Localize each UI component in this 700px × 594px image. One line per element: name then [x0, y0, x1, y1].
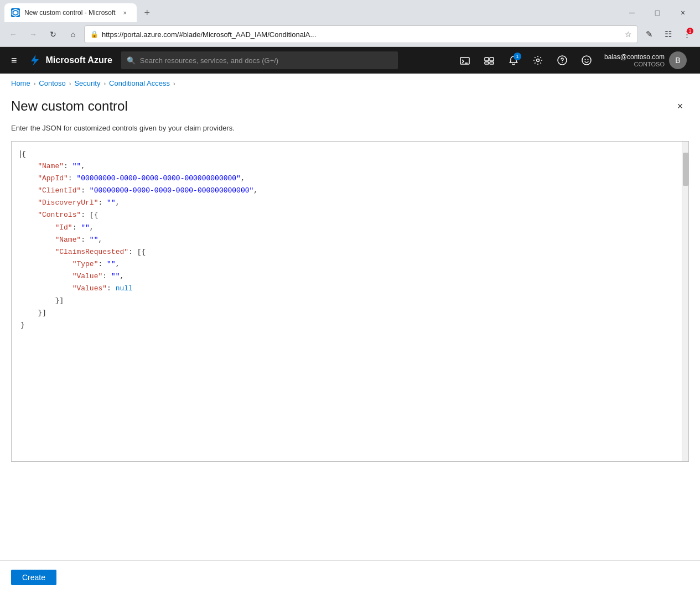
hamburger-menu-button[interactable]: ≡: [9, 53, 19, 69]
notifications-badge: 1: [514, 53, 521, 60]
svg-rect-5: [490, 58, 494, 61]
user-tenant: CONTOSO: [604, 61, 665, 67]
more-icon[interactable]: ⋮ 1: [678, 25, 696, 43]
svg-rect-7: [490, 62, 494, 64]
url-display: https://portal.azure.com/#blade/Microsof…: [102, 30, 621, 39]
json-line-6: "Controls": [{: [20, 209, 673, 221]
bookmark-icon[interactable]: ☆: [625, 30, 632, 39]
create-button[interactable]: Create: [11, 570, 56, 585]
breadcrumb-sep-2: ›: [69, 80, 71, 87]
breadcrumb-sep-3: ›: [103, 80, 106, 87]
vertical-scrollbar[interactable]: [682, 142, 688, 461]
user-avatar: B: [669, 51, 687, 69]
json-line-7: "Id": "",: [20, 222, 673, 234]
maximize-button[interactable]: □: [645, 3, 670, 22]
settings-button[interactable]: [527, 49, 549, 71]
search-input[interactable]: [140, 56, 392, 65]
notifications-button[interactable]: 1: [502, 49, 525, 71]
close-button[interactable]: ×: [671, 97, 689, 115]
search-icon: 🔍: [127, 56, 136, 65]
lock-icon: 🔒: [90, 30, 98, 38]
json-editor-wrapper: { "Name": "", "AppId": "00000000-0000-00…: [11, 141, 689, 462]
svg-marker-1: [14, 11, 18, 15]
new-tab-button[interactable]: +: [139, 4, 155, 21]
toolbar-icons: ✎ ☷ ⋮ 1: [640, 25, 696, 43]
json-line-12: "Values": null: [20, 283, 673, 295]
browser-toolbar: ← → ↻ ⌂ 🔒 https://portal.azure.com/#blad…: [0, 22, 700, 46]
page-header: New custom control ×: [0, 93, 700, 124]
user-details: balas@contoso.com CONTOSO: [604, 53, 665, 67]
svg-point-10: [562, 62, 563, 63]
browser-tab[interactable]: New custom control - Microsoft ×: [4, 3, 137, 22]
json-line-13: }]: [20, 295, 673, 307]
tab-title: New custom control - Microsoft: [24, 9, 116, 17]
breadcrumb-security[interactable]: Security: [74, 79, 100, 87]
minimize-button[interactable]: ─: [619, 3, 645, 22]
home-button[interactable]: ⌂: [64, 25, 82, 43]
azure-logo-icon: [28, 54, 42, 67]
azure-header: ≡ Microsoft Azure 🔍: [0, 47, 700, 74]
json-line-9: "ClaimsRequested": [{: [20, 246, 673, 258]
notification-dot: 1: [687, 28, 693, 34]
azure-logo-text: Microsoft Azure: [46, 55, 112, 65]
svg-point-12: [585, 59, 586, 60]
main-content: Home › Contoso › Security › Conditional …: [0, 74, 700, 594]
breadcrumb-home[interactable]: Home: [11, 79, 30, 87]
breadcrumb-conditional-access[interactable]: Conditional Access: [109, 79, 170, 87]
azure-header-icons: 1 balas@contoso.com: [454, 49, 691, 71]
window-controls: ─ □ ×: [619, 3, 696, 22]
tab-close-button[interactable]: ×: [120, 8, 130, 18]
address-bar[interactable]: 🔒 https://portal.azure.com/#blade/Micros…: [84, 25, 638, 43]
json-editor[interactable]: { "Name": "", "AppId": "00000000-0000-00…: [12, 142, 682, 461]
json-line-3: "AppId": "00000000-0000-0000-0000-000000…: [20, 173, 673, 185]
json-line-8: "Name": "",: [20, 234, 673, 246]
help-button[interactable]: [551, 49, 573, 71]
json-line-14: }]: [20, 307, 673, 319]
feedback-button[interactable]: [575, 49, 598, 71]
json-line-15: }: [20, 319, 673, 331]
breadcrumb-contoso[interactable]: Contoso: [39, 79, 65, 87]
svg-point-11: [582, 56, 591, 65]
json-line-4: "ClientId": "00000000-0000-0000-0000-000…: [20, 185, 673, 197]
page-footer: Create: [0, 560, 700, 594]
browser-titlebar: New custom control - Microsoft × + ─ □ ×: [0, 0, 700, 22]
json-line-11: "Value": "",: [20, 270, 673, 283]
forward-button[interactable]: →: [24, 25, 42, 43]
cloud-shell-button[interactable]: [454, 49, 476, 71]
collections-icon[interactable]: ☷: [659, 25, 677, 43]
json-line-1: {: [20, 148, 673, 160]
breadcrumb: Home › Contoso › Security › Conditional …: [0, 74, 700, 93]
json-line-10: "Type": "",: [20, 258, 673, 270]
breadcrumb-sep-1: ›: [34, 80, 36, 87]
breadcrumb-sep-4: ›: [173, 80, 175, 87]
window-close-button[interactable]: ×: [670, 3, 696, 22]
json-line-2: "Name": "",: [20, 160, 673, 173]
json-line-5: "DiscoveryUrl": "",: [20, 197, 673, 209]
refresh-button[interactable]: ↻: [44, 25, 62, 43]
azure-search-box[interactable]: 🔍: [121, 51, 398, 69]
svg-rect-6: [485, 62, 489, 64]
favorites-icon[interactable]: ✎: [640, 25, 658, 43]
tab-favicon: [11, 8, 20, 17]
user-email: balas@contoso.com: [604, 53, 665, 61]
page-title: New custom control: [11, 98, 128, 114]
azure-logo[interactable]: Microsoft Azure: [28, 54, 112, 67]
user-info[interactable]: balas@contoso.com CONTOSO B: [600, 51, 691, 69]
directory-button[interactable]: [478, 49, 500, 71]
svg-point-8: [537, 59, 540, 62]
back-button[interactable]: ←: [4, 25, 22, 43]
svg-rect-4: [485, 58, 489, 61]
scrollbar-thumb[interactable]: [683, 153, 688, 186]
svg-point-13: [588, 59, 589, 60]
page-description: Enter the JSON for customized controls g…: [0, 124, 700, 141]
browser-chrome: New custom control - Microsoft × + ─ □ ×…: [0, 0, 700, 47]
